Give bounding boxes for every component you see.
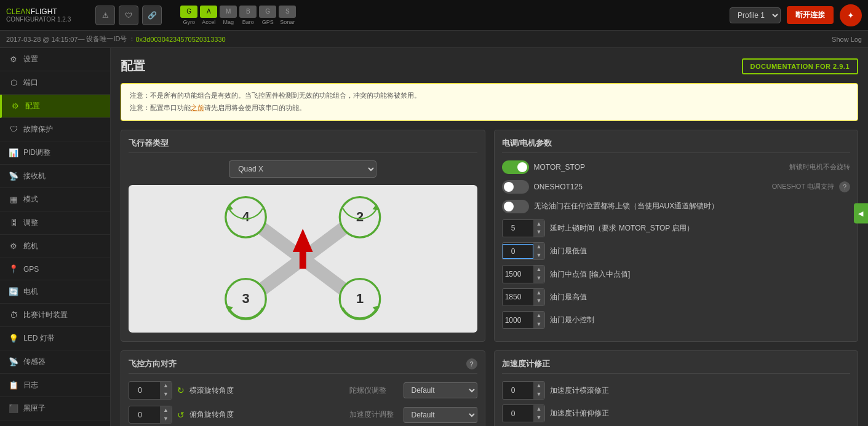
device-id: 0x3d00304234570520313330 [136, 36, 226, 43]
pitch-down-btn[interactable]: ▼ [160, 415, 172, 424]
throttle-min-down-btn[interactable]: ▼ [533, 251, 545, 260]
sensor-mag[interactable]: M Mag [220, 6, 237, 25]
gyro-adjust-label: 陀螺仪调整 [349, 385, 399, 396]
profile-select[interactable]: Profile 1 Profile 2 Profile 3 [730, 7, 781, 23]
top-bar: CLEANFLIGHT CONFIGURATOR 1.2.3 ⚠ 🛡 🔗 G G… [0, 0, 868, 31]
oneshot-label: ONESHOT125 [534, 183, 767, 191]
tuning-icon: 🎛 [9, 218, 18, 227]
config-icon: ⚙ [10, 101, 20, 111]
motor-stop-row: MOTOR_STOP 解锁时电机不会旋转 [502, 160, 851, 174]
throttle-min-up-btn[interactable]: ▲ [533, 243, 545, 251]
throttle-mid-label: 油门中点值 [输入中点值] [550, 269, 850, 280]
sensor-sonar[interactable]: S Sonar [279, 6, 296, 25]
doc-button[interactable]: DOCUMENTATION FOR 2.9.1 [742, 58, 858, 74]
pitch-icon: ↺ [177, 410, 185, 420]
roll-icon: ↻ [177, 385, 185, 395]
delay-down-btn[interactable]: ▼ [533, 228, 545, 237]
link-icon-btn[interactable]: 🔗 [142, 6, 162, 25]
show-log-link[interactable]: Show Log [832, 36, 862, 43]
status-bar: 2017-03-28 @ 14:15:07 — 设备唯一ID号 ： 0x3d00… [0, 31, 868, 48]
accel-roll-row: ▲ ▼ 加速度计横滚修正 [502, 381, 851, 399]
roll-down-btn[interactable]: ▼ [160, 390, 172, 399]
throttle-lock-toggle[interactable] [502, 200, 529, 213]
sidebar-item-failsafe[interactable]: 🛡 故障保护 [0, 118, 110, 141]
accel-adjust-select[interactable]: Default CW 90° CW 180° CW 270° [404, 407, 477, 423]
sidebar-item-tuning[interactable]: 🎛 调整 [0, 211, 110, 235]
accel-pitch-down-btn[interactable]: ▼ [533, 414, 545, 422]
accel-roll-down-btn[interactable]: ▼ [533, 390, 545, 399]
roll-spinners: ▲ ▼ [160, 382, 172, 398]
accel-panel: 加速度计修正 ▲ ▼ 加速度计横滚修正 [494, 350, 859, 426]
throttle-min-ctrl-input[interactable] [503, 314, 533, 327]
pitch-up-btn[interactable]: ▲ [160, 406, 172, 415]
avatar: ✦ [840, 4, 862, 26]
sidebar-item-pid[interactable]: 📊 PID调整 [0, 141, 110, 165]
oneshot-knob [504, 182, 514, 192]
side-tab[interactable]: ◀ [854, 203, 868, 223]
sidebar-item-receiver[interactable]: 📡 接收机 [0, 165, 110, 188]
throttle-min-spinners: ▲ ▼ [533, 243, 545, 259]
sonar-label: Sonar [280, 19, 295, 25]
sidebar-item-cli[interactable]: 💻 命令行调试 [0, 420, 110, 426]
throttle-mid-down-btn[interactable]: ▼ [533, 274, 545, 283]
sensor-baro[interactable]: B Baro [239, 6, 257, 25]
sensor-accel[interactable]: A Accel [200, 6, 217, 25]
accel-adjust-label: 加速度计调整 [349, 409, 399, 420]
device-prefix: — 设备唯一ID号 ： [78, 34, 135, 44]
oneshot-help-icon[interactable]: ? [839, 181, 850, 192]
sidebar-item-port[interactable]: ⬡ 端口 [0, 71, 110, 95]
throttle-min-ctrl-up-btn[interactable]: ▲ [533, 312, 545, 320]
sidebar-item-config[interactable]: ⚙ 配置 [0, 95, 110, 118]
sidebar-item-tuning-label: 调整 [23, 218, 38, 228]
accel-roll-up-btn[interactable]: ▲ [533, 382, 545, 390]
throttle-max-up-btn[interactable]: ▲ [533, 289, 545, 298]
throttle-max-down-btn[interactable]: ▼ [533, 297, 545, 306]
throttle-mid-up-btn[interactable]: ▲ [533, 266, 545, 274]
accel-roll-input[interactable] [503, 384, 533, 397]
sensor-gps[interactable]: G GPS [259, 6, 276, 25]
dir-row-roll: ▲ ▼ ↻ 横滚旋转角度 陀螺仪调整 Default CW 90° CW 180… [129, 381, 477, 399]
top-icons: ⚠ 🛡 🔗 [95, 6, 162, 25]
sonar-icon: S [279, 6, 296, 18]
craft-panel-title: 飞行器类型 [129, 138, 477, 153]
pitch-input[interactable] [129, 408, 160, 422]
craft-type-select[interactable]: Quad X Quad + Tricopter Bicopter Hex + H… [229, 160, 376, 178]
content-grid: 飞行器类型 Quad X Quad + Tricopter Bicopter H… [121, 130, 858, 426]
throttle-min-ctrl-down-btn[interactable]: ▼ [533, 320, 545, 329]
shield-icon-btn[interactable]: 🛡 [119, 6, 138, 25]
sidebar-item-blackbox[interactable]: ⬛ 黑匣子 [0, 397, 110, 420]
sidebar-item-servo[interactable]: ⚙ 舵机 [0, 235, 110, 258]
warning-line1: 注意：不是所有的功能组合是有效的。当飞控固件检测到无效的功能组合，冲突的功能将被… [130, 90, 849, 102]
page-title: 配置 [121, 58, 145, 74]
direction-help-icon[interactable]: ? [466, 358, 477, 369]
sidebar-item-timer[interactable]: ⏱ 比赛计时装置 [0, 304, 110, 327]
roll-up-btn[interactable]: ▲ [160, 382, 172, 390]
sidebar-item-motor[interactable]: 🔄 电机 [0, 280, 110, 304]
oneshot-toggle[interactable] [502, 180, 529, 194]
disconnect-button[interactable]: 断开连接 [787, 6, 834, 24]
delay-input[interactable] [503, 221, 533, 235]
accel-label: Accel [202, 19, 215, 25]
sidebar-item-modes[interactable]: ▦ 模式 [0, 188, 110, 211]
delay-up-btn[interactable]: ▲ [533, 220, 545, 229]
sidebar-item-log[interactable]: 📋 日志 [0, 374, 110, 397]
throttle-min-input[interactable] [503, 244, 533, 259]
warning-icon-btn[interactable]: ⚠ [95, 6, 115, 25]
accel-pitch-up-btn[interactable]: ▲ [533, 405, 545, 414]
logo-area: CLEANFLIGHT CONFIGURATOR 1.2.3 [6, 7, 71, 23]
roll-input[interactable] [129, 384, 160, 397]
settings-icon: ⚙ [9, 55, 18, 64]
motor-stop-toggle[interactable] [502, 160, 529, 174]
sidebar-item-gps[interactable]: 📍 GPS [0, 258, 110, 280]
accel-pitch-input[interactable] [503, 407, 533, 420]
sidebar-item-sensor[interactable]: 📡 传感器 [0, 350, 110, 374]
gps-icon: G [259, 6, 276, 18]
sidebar-item-settings[interactable]: ⚙ 设置 [0, 48, 110, 71]
sensor-gyro[interactable]: G Gyro [180, 6, 197, 25]
throttle-mid-input[interactable] [503, 267, 533, 281]
throttle-max-input[interactable] [503, 290, 533, 304]
sidebar-item-settings-label: 设置 [23, 54, 38, 65]
gyro-adjust-select[interactable]: Default CW 90° CW 180° CW 270° [404, 382, 477, 398]
sidebar-item-led[interactable]: 💡 LED 灯带 [0, 327, 110, 350]
warning-link[interactable]: 之前 [191, 104, 204, 111]
